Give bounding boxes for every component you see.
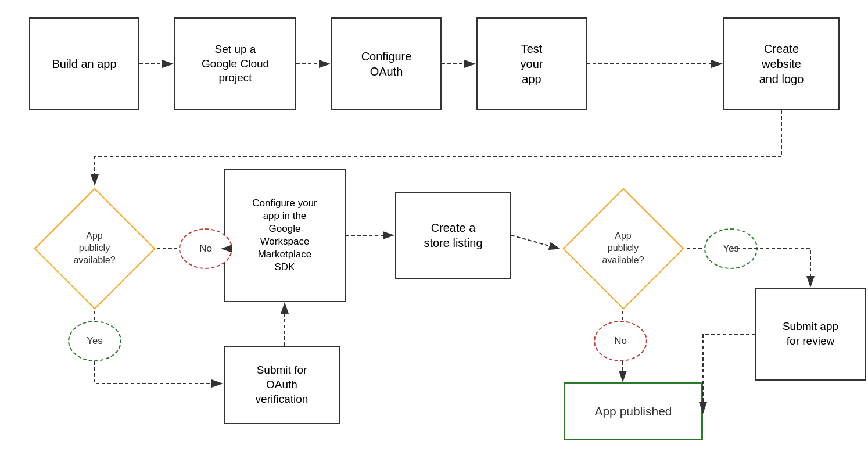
oval-no-left: No (179, 228, 232, 269)
svg-line-9 (511, 235, 559, 249)
flowchart-diagram: Build an app Set up aGoogle Cloudproject… (0, 0, 868, 473)
diamond-publicly-available-1: Apppubliclyavailable? (32, 186, 157, 311)
box-oauth: ConfigureOAuth (331, 17, 442, 110)
oval-no-right: No (594, 321, 647, 361)
box-submit-review: Submit appfor review (755, 288, 866, 381)
box-app-published: App published (564, 382, 703, 440)
box-configure-sdk: Configure yourapp in theGoogleWorkspaceM… (224, 169, 346, 302)
oval-yes-right: Yes (704, 228, 758, 269)
box-build-app: Build an app (29, 17, 139, 110)
box-submit-oauth: Submit forOAuthverification (224, 346, 340, 424)
box-test-app: Testyourapp (476, 17, 587, 110)
box-store-listing: Create astore listing (395, 192, 511, 279)
box-gcp: Set up aGoogle Cloudproject (174, 17, 296, 110)
oval-yes-left: Yes (68, 321, 121, 361)
diamond-publicly-available-2: Apppubliclyavailable? (561, 186, 686, 311)
box-website-logo: Createwebsiteand logo (723, 17, 840, 110)
